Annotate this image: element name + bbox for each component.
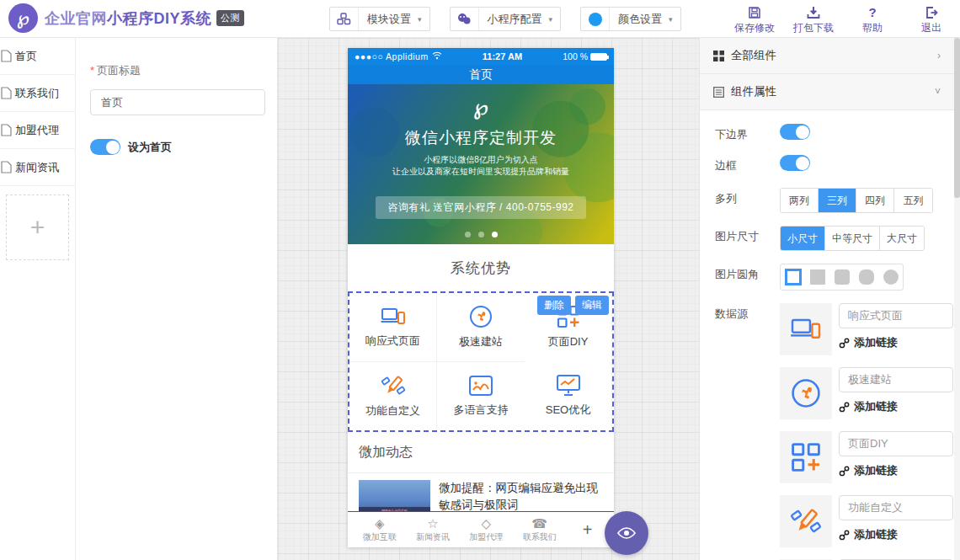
help-icon: ? xyxy=(868,4,876,19)
feature-label: 响应式页面 xyxy=(365,333,420,349)
component-props-label: 组件属性 xyxy=(731,84,928,99)
datasource-thumb[interactable] xyxy=(780,367,832,419)
columns-option-2[interactable]: 两列 xyxy=(781,189,819,212)
datasource-name-input[interactable] xyxy=(839,303,953,328)
color-settings-button[interactable]: 颜色设置 ▾ xyxy=(580,7,681,31)
datasource-item: 添加链接 xyxy=(780,495,953,547)
tab-agency[interactable]: ◇ 加盟代理 xyxy=(460,516,513,543)
carrier-text: ●●●○○ Applidium xyxy=(355,51,429,61)
carousel-dot[interactable] xyxy=(465,232,471,237)
datasource-name-input[interactable] xyxy=(839,367,953,392)
brand: ℘ 企业官网小程序DIY系统公测 xyxy=(8,3,244,33)
bottom-border-toggle[interactable] xyxy=(780,124,810,140)
properties-list-icon xyxy=(713,87,724,98)
tab-label: 微加互联 xyxy=(363,531,397,543)
datasource-thumb[interactable] xyxy=(780,303,832,355)
columns-option-4[interactable]: 四列 xyxy=(856,189,894,212)
sidebar-item-news[interactable]: 新闻资讯 xyxy=(0,149,75,186)
bottom-border-label: 下边界 xyxy=(715,124,780,142)
edit-component-button[interactable]: 编辑 xyxy=(575,296,609,315)
columns-option-5[interactable]: 五列 xyxy=(894,189,932,212)
columns-option-3-selected[interactable]: 三列 xyxy=(819,189,856,212)
save-button[interactable]: 保存修改 xyxy=(733,4,776,35)
tab-weijia[interactable]: ◈ 微加互联 xyxy=(353,516,406,543)
feature-label: 页面DIY xyxy=(548,334,589,349)
tab-add-button[interactable]: + xyxy=(566,520,609,540)
image-size-small-selected[interactable]: 小尺寸 xyxy=(781,227,825,250)
delete-component-button[interactable]: 删除 xyxy=(537,296,571,315)
radius-option-3[interactable] xyxy=(854,264,878,291)
exit-button[interactable]: 退出 xyxy=(909,4,953,35)
seo-icon xyxy=(556,374,581,397)
hero-subtitle: 小程序以微信8亿用户为切入点 让企业以及商家在短时间里实现提升品牌和销量 xyxy=(348,154,614,178)
phone-status-bar: ●●●○○ Applidium 11:27 AM 100 % xyxy=(348,48,614,65)
image-size-medium[interactable]: 中等尺寸 xyxy=(825,227,880,250)
datasource-name-input[interactable] xyxy=(839,431,953,456)
feature-responsive-page[interactable]: 响应式页面 xyxy=(349,293,437,362)
carousel-dot-active[interactable] xyxy=(492,232,498,237)
radius-option-2[interactable] xyxy=(829,264,854,291)
page-title-input[interactable] xyxy=(90,89,265,115)
miniprogram-config-button[interactable]: 小程序配置 ▾ xyxy=(450,7,562,31)
feature-multi-language[interactable]: 多语言支持 xyxy=(437,362,525,431)
border-label: 边框 xyxy=(715,155,780,173)
sidebar-item-home[interactable]: 首页 xyxy=(0,38,75,75)
all-components-row[interactable]: 全部组件 › xyxy=(700,38,954,74)
multi-language-icon xyxy=(468,375,493,397)
header-buttons: 模块设置 ▾ 小程序配置 ▾ 颜色设置 ▾ xyxy=(329,7,681,31)
radius-option-circle[interactable] xyxy=(878,264,903,291)
news-list-item[interactable]: 网站编辑 微加提醒：网页编辑应避免出现敏感词与极限词 xyxy=(348,473,614,511)
sidebar-item-label: 新闻资讯 xyxy=(15,160,59,175)
tab-label: 加盟代理 xyxy=(469,531,503,543)
add-page-button[interactable]: + xyxy=(6,195,69,260)
eye-icon xyxy=(617,526,636,540)
radius-option-1[interactable] xyxy=(805,264,829,291)
tab-news[interactable]: ☆ 新闻资讯 xyxy=(406,516,459,543)
help-button[interactable]: ? 帮助 xyxy=(851,4,894,35)
fast-build-icon xyxy=(469,305,493,328)
border-toggle[interactable] xyxy=(780,155,810,171)
feature-fast-build[interactable]: 极速建站 xyxy=(437,293,525,362)
news-item-title: 微加提醒：网页编辑应避免出现敏感词与极限词 xyxy=(439,480,603,511)
brand-logo-icon: ℘ xyxy=(8,3,38,33)
feature-grid-selected-component[interactable]: 删除 编辑 响应式页面 极速建站 页面DIY 功能自定义 xyxy=(348,291,614,432)
plus-icon: + xyxy=(30,213,45,242)
add-link-button[interactable]: 添加链接 xyxy=(839,527,953,542)
radius-option-square-selected[interactable] xyxy=(781,264,805,291)
hero-cta-button[interactable]: 咨询有礼 送官网小程序 / 400-0755-992 xyxy=(376,196,585,219)
sidebar-item-agency[interactable]: 加盟代理 xyxy=(0,112,75,149)
set-home-toggle[interactable] xyxy=(90,139,120,155)
chevron-right-icon: › xyxy=(937,50,941,61)
feature-custom-function[interactable]: 功能自定义 xyxy=(349,362,437,431)
vertical-scrollbar[interactable] xyxy=(954,38,960,560)
add-link-button[interactable]: 添加链接 xyxy=(839,399,953,414)
tab-contact[interactable]: ☎ 联系我们 xyxy=(513,516,566,543)
add-link-button[interactable]: 添加链接 xyxy=(839,463,953,478)
scrollbar-thumb[interactable] xyxy=(954,38,960,198)
set-home-row: 设为首页 xyxy=(90,139,264,155)
image-size-label: 图片尺寸 xyxy=(715,226,780,244)
preview-eye-button[interactable] xyxy=(605,511,648,555)
page-file-icon xyxy=(1,161,12,173)
link-icon xyxy=(839,402,850,413)
page-diy-icon xyxy=(791,442,821,472)
section-title-news: 微加动态 xyxy=(348,432,614,473)
hero-banner[interactable]: ℘ 微信小程序定制开发 小程序以微信8亿用户为切入点 让企业以及商家在短时间里实… xyxy=(348,84,614,244)
add-link-button[interactable]: 添加链接 xyxy=(839,335,953,350)
datasource-thumb[interactable] xyxy=(780,431,832,483)
datasource-thumb[interactable] xyxy=(780,495,832,547)
responsive-page-icon xyxy=(790,316,822,343)
module-settings-button[interactable]: 模块设置 ▾ xyxy=(329,7,430,31)
datasource-name-input[interactable] xyxy=(839,495,953,520)
add-link-label: 添加链接 xyxy=(854,463,898,478)
sidebar-item-contact[interactable]: 联系我们 xyxy=(0,75,75,112)
design-canvas[interactable]: ●●●○○ Applidium 11:27 AM 100 % 首页 ℘ 微信小程… xyxy=(278,38,699,560)
download-button[interactable]: 打包下载 xyxy=(792,4,835,35)
feature-seo[interactable]: SEO优化 xyxy=(525,362,612,431)
image-size-segmented-control: 小尺寸 中等尺寸 大尺寸 xyxy=(780,226,925,251)
phone-nav-title: 首页 xyxy=(469,67,493,83)
image-size-large[interactable]: 大尺寸 xyxy=(880,227,924,250)
component-props-row[interactable]: 组件属性 ˅ xyxy=(700,74,954,110)
carousel-dot[interactable] xyxy=(478,232,484,237)
download-label: 打包下载 xyxy=(793,21,834,35)
